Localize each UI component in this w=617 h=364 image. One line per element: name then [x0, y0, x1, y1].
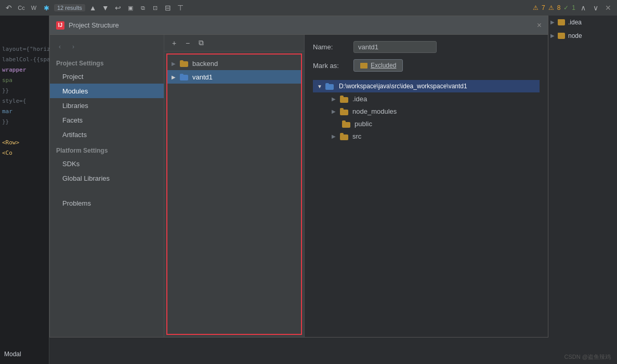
node-label: node — [568, 29, 582, 43]
excluded-folder-icon — [360, 63, 367, 69]
collapse-icon[interactable]: ∨ — [591, 3, 600, 12]
results-badge: 12 results — [54, 4, 85, 11]
svg-rect-1 — [340, 96, 344, 98]
name-input[interactable] — [353, 41, 437, 53]
replace-all-icon[interactable]: ⧉ — [138, 3, 148, 12]
right-idea-item[interactable]: ▶ .idea — [542, 16, 617, 29]
problems-label: Problems — [62, 199, 91, 207]
dialog-title: Project Structure — [69, 21, 119, 29]
sdks-label: SDKs — [62, 160, 80, 168]
sidebar-item-facets[interactable]: Facets — [50, 113, 164, 127]
down-arrow-icon[interactable]: ▼ — [101, 3, 110, 12]
tree-item-backend[interactable]: ▶ backend — [167, 57, 301, 70]
dialog-content: Name: Mark as: Excluded ▼ D:\workspace\j… — [305, 35, 548, 337]
close-toolbar-icon[interactable]: ✕ — [603, 3, 613, 12]
node-expand-icon: ▶ — [332, 109, 336, 114]
filter-icon[interactable]: ⊤ — [176, 3, 185, 12]
root-path-label: D:\workspace\java\src\idea_workspace\van… — [339, 83, 467, 90]
expand-icon[interactable]: ∧ — [579, 3, 588, 12]
modules-label: Modules — [62, 87, 88, 95]
case-icon[interactable]: Cc — [17, 3, 26, 12]
idea-expand-icon: ▶ — [332, 96, 336, 102]
root-folder-icon — [325, 83, 334, 90]
sidebar-item-project[interactable]: Project — [50, 69, 164, 84]
src-label: src — [352, 132, 361, 140]
toolbar: ↶ Cc W ✱ 12 results ▲ ▼ ↩ ▣ ⧉ ⊡ ⊟ ⊤ ⚠ 7 … — [0, 0, 617, 16]
node-folder-icon — [558, 33, 565, 39]
root-expand-icon: ▼ — [317, 84, 322, 89]
code-editor-bg: layout={"horizontal"; labelCol-{{span: 4… — [0, 0, 49, 364]
vantd1-chevron-icon: ▶ — [172, 74, 178, 80]
dialog-middle: + − ⧉ ▶ backend ▶ vantd1 — [164, 35, 305, 337]
wrap-icon[interactable]: ↩ — [113, 3, 123, 12]
warning-count2: 8 — [557, 4, 561, 11]
project-settings-header: Project Settings — [50, 55, 164, 69]
nav-forward-button[interactable]: › — [68, 41, 79, 52]
node-tree-folder-icon — [340, 108, 348, 115]
svg-rect-3 — [340, 108, 344, 111]
idea-tree-label: .idea — [352, 95, 367, 103]
replace-sel-icon[interactable]: ⊡ — [151, 3, 160, 12]
backend-chevron-icon: ▶ — [172, 61, 178, 66]
modal-label: Modal — [0, 348, 49, 360]
up-arrow-icon[interactable]: ▲ — [88, 3, 98, 12]
excluded-button[interactable]: Excluded — [353, 59, 403, 72]
dialog-close-button[interactable]: × — [537, 21, 542, 30]
add-module-button[interactable]: + — [168, 37, 180, 49]
idea-label: .idea — [568, 16, 582, 29]
module-tree: ▶ backend ▶ vantd1 — [166, 53, 302, 335]
sidebar-item-problems[interactable]: Problems — [50, 196, 164, 210]
excluded-label: Excluded — [371, 62, 396, 69]
project-structure-dialog: IJ Project Structure × ‹ › Project Setti… — [49, 16, 548, 338]
file-tree-public[interactable]: public — [313, 117, 540, 130]
svg-rect-7 — [340, 133, 344, 136]
middle-toolbar: + − ⧉ — [164, 35, 304, 51]
tree-item-vantd1[interactable]: ▶ vantd1 — [167, 70, 301, 84]
sidebar-item-sdks[interactable]: SDKs — [50, 156, 164, 171]
dialog-icon: IJ — [56, 21, 64, 30]
sidebar-item-libraries[interactable]: Libraries — [50, 98, 164, 113]
mark-as-label: Mark as: — [313, 62, 349, 70]
back-toolbar-icon[interactable]: ↶ — [4, 3, 14, 12]
sidebar-item-global-libraries[interactable]: Global Libraries — [50, 171, 164, 185]
vantd1-folder-icon — [180, 74, 188, 80]
file-tree-root[interactable]: ▼ D:\workspace\java\src\idea_workspace\v… — [313, 80, 540, 92]
name-label: Name: — [313, 43, 349, 51]
public-folder-icon — [342, 120, 350, 127]
sidebar-item-modules[interactable]: Modules — [50, 84, 164, 98]
remove-module-button[interactable]: − — [182, 37, 193, 49]
project-label: Project — [62, 73, 83, 80]
layout-icon[interactable]: ⊟ — [163, 3, 173, 12]
check-count: 1 — [572, 4, 575, 11]
src-expand-icon: ▶ — [332, 133, 336, 139]
node-modules-label: node_modules — [352, 107, 397, 115]
replace-icon[interactable]: ▣ — [126, 3, 135, 12]
src-folder-icon — [340, 133, 348, 140]
watermark: CSDN @盗鱼辣鸡 — [565, 353, 611, 361]
libraries-label: Libraries — [62, 102, 88, 110]
regex-icon[interactable]: ✱ — [42, 3, 51, 12]
svg-rect-5 — [342, 120, 346, 123]
mark-as-row: Mark as: Excluded — [313, 59, 540, 72]
vantd1-label: vantd1 — [192, 73, 213, 81]
backend-label: backend — [192, 60, 218, 68]
warning-count: 7 — [542, 4, 545, 11]
warning-icon: ⚠ — [533, 4, 539, 11]
right-node-item[interactable]: ▶ node — [542, 29, 617, 43]
word-icon[interactable]: W — [29, 3, 38, 12]
file-tree-idea[interactable]: ▶ .idea — [313, 92, 540, 105]
dialog-titlebar: IJ Project Structure × — [50, 16, 548, 35]
public-label: public — [355, 120, 372, 128]
artifacts-label: Artifacts — [62, 131, 87, 139]
sidebar-item-artifacts[interactable]: Artifacts — [50, 127, 164, 142]
code-editor-text: layout={"horizontal"; labelCol-{{span: 4… — [0, 0, 49, 158]
idea-folder-icon — [558, 19, 565, 25]
dialog-body: ‹ › Project Settings Project Modules Lib… — [50, 35, 548, 337]
file-tree-src[interactable]: ▶ src — [313, 130, 540, 142]
file-tree-node-modules[interactable]: ▶ node_modules — [313, 105, 540, 117]
idea-tree-folder-icon — [340, 96, 348, 102]
file-tree: ▼ D:\workspace\java\src\idea_workspace\v… — [313, 80, 540, 331]
copy-module-button[interactable]: ⧉ — [195, 37, 207, 49]
dialog-sidebar: ‹ › Project Settings Project Modules Lib… — [50, 35, 164, 337]
nav-back-button[interactable]: ‹ — [54, 41, 65, 52]
